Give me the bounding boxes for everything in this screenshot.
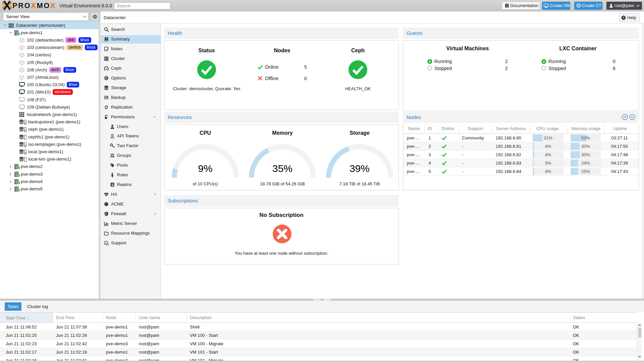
svg-text:?: ? [623, 16, 625, 19]
